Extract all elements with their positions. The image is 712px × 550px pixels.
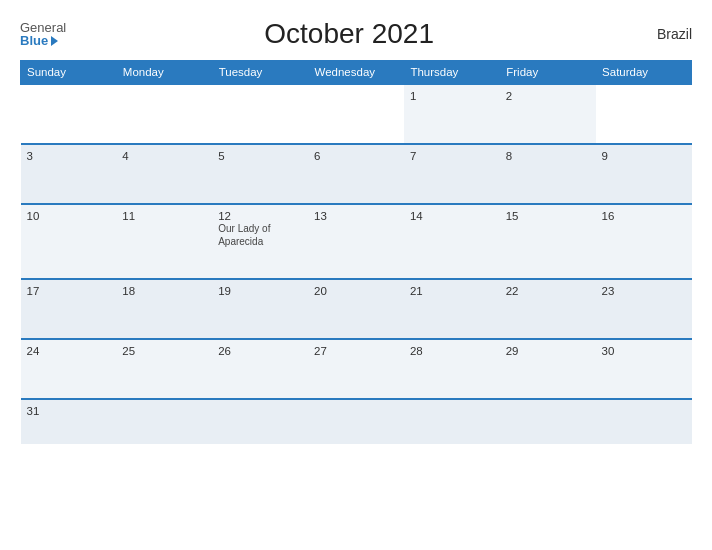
cell-date: 28	[410, 345, 423, 357]
calendar-cell	[500, 399, 596, 444]
calendar-cell: 29	[500, 339, 596, 399]
calendar-cell: 26	[212, 339, 308, 399]
week-row-5: 24252627282930	[21, 339, 692, 399]
calendar-cell: 12Our Lady ofAparecida	[212, 204, 308, 279]
week-row-4: 17181920212223	[21, 279, 692, 339]
cell-date: 1	[410, 90, 416, 102]
calendar-cell: 21	[404, 279, 500, 339]
calendar-cell: 20	[308, 279, 404, 339]
calendar-cell: 3	[21, 144, 117, 204]
calendar-cell: 17	[21, 279, 117, 339]
calendar-cell: 10	[21, 204, 117, 279]
day-header-saturday: Saturday	[596, 61, 692, 85]
week-row-3: 101112Our Lady ofAparecida13141516	[21, 204, 692, 279]
calendar-cell: 14	[404, 204, 500, 279]
calendar-cell	[404, 399, 500, 444]
cell-date: 20	[314, 285, 327, 297]
cell-date: 17	[27, 285, 40, 297]
calendar-cell	[116, 84, 212, 144]
day-header-wednesday: Wednesday	[308, 61, 404, 85]
week-row-6: 31	[21, 399, 692, 444]
calendar-title: October 2021	[66, 18, 632, 50]
cell-date: 11	[122, 210, 135, 222]
cell-date: 12	[218, 210, 231, 222]
logo-triangle-icon	[51, 36, 58, 46]
cell-date: 10	[27, 210, 40, 222]
calendar-cell: 11	[116, 204, 212, 279]
calendar-cell	[212, 399, 308, 444]
cell-date: 23	[602, 285, 615, 297]
cell-date: 24	[27, 345, 40, 357]
cell-date: 19	[218, 285, 231, 297]
calendar-cell: 16	[596, 204, 692, 279]
cell-date: 16	[602, 210, 615, 222]
header: General Blue October 2021 Brazil	[20, 18, 692, 50]
calendar-cell: 23	[596, 279, 692, 339]
day-header-thursday: Thursday	[404, 61, 500, 85]
calendar-cell: 19	[212, 279, 308, 339]
week-row-2: 3456789	[21, 144, 692, 204]
cell-date: 18	[122, 285, 135, 297]
calendar-table: SundayMondayTuesdayWednesdayThursdayFrid…	[20, 60, 692, 444]
calendar-cell: 15	[500, 204, 596, 279]
cell-date: 30	[602, 345, 615, 357]
calendar-cell: 30	[596, 339, 692, 399]
calendar-cell	[21, 84, 117, 144]
day-header-monday: Monday	[116, 61, 212, 85]
calendar-cell: 8	[500, 144, 596, 204]
cell-date: 21	[410, 285, 423, 297]
calendar-cell: 22	[500, 279, 596, 339]
calendar-cell: 27	[308, 339, 404, 399]
calendar-cell: 7	[404, 144, 500, 204]
cell-date: 25	[122, 345, 135, 357]
logo-blue-text: Blue	[20, 34, 66, 47]
calendar-cell: 28	[404, 339, 500, 399]
calendar-cell: 5	[212, 144, 308, 204]
cell-date: 26	[218, 345, 231, 357]
calendar-cell	[308, 399, 404, 444]
calendar-cell: 18	[116, 279, 212, 339]
calendar-cell: 25	[116, 339, 212, 399]
calendar-cell: 24	[21, 339, 117, 399]
cell-date: 8	[506, 150, 512, 162]
cell-date: 31	[27, 405, 40, 417]
cell-date: 15	[506, 210, 519, 222]
logo: General Blue	[20, 21, 66, 47]
cell-date: 3	[27, 150, 33, 162]
cell-date: 9	[602, 150, 608, 162]
calendar-cell: 6	[308, 144, 404, 204]
cell-date: 22	[506, 285, 519, 297]
calendar-cell	[212, 84, 308, 144]
cell-date: 4	[122, 150, 128, 162]
calendar-cell	[308, 84, 404, 144]
calendar-cell: 4	[116, 144, 212, 204]
calendar-page: General Blue October 2021 Brazil SundayM…	[0, 0, 712, 550]
calendar-header-row: SundayMondayTuesdayWednesdayThursdayFrid…	[21, 61, 692, 85]
day-header-tuesday: Tuesday	[212, 61, 308, 85]
day-header-friday: Friday	[500, 61, 596, 85]
cell-date: 7	[410, 150, 416, 162]
day-header-sunday: Sunday	[21, 61, 117, 85]
calendar-cell: 31	[21, 399, 117, 444]
cell-date: 6	[314, 150, 320, 162]
cell-date: 14	[410, 210, 423, 222]
calendar-cell	[596, 84, 692, 144]
calendar-cell	[116, 399, 212, 444]
cell-date: 29	[506, 345, 519, 357]
calendar-cell	[596, 399, 692, 444]
cell-date: 2	[506, 90, 512, 102]
calendar-cell: 2	[500, 84, 596, 144]
calendar-cell: 1	[404, 84, 500, 144]
week-row-1: 12	[21, 84, 692, 144]
cell-date: 13	[314, 210, 327, 222]
calendar-cell: 13	[308, 204, 404, 279]
cell-date: 27	[314, 345, 327, 357]
cell-date: 5	[218, 150, 224, 162]
calendar-cell: 9	[596, 144, 692, 204]
country-label: Brazil	[632, 26, 692, 42]
cell-event: Our Lady ofAparecida	[218, 223, 270, 247]
